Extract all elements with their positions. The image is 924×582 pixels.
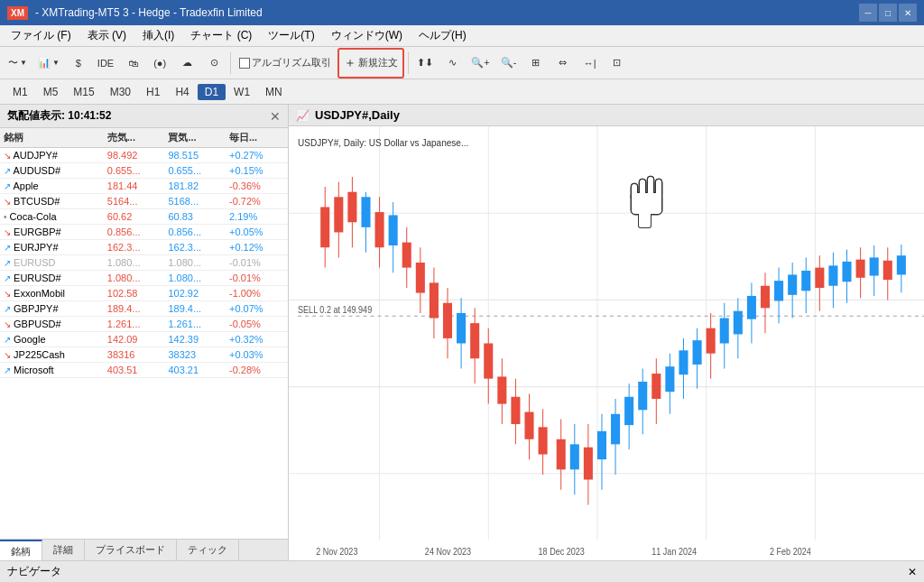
market-watch-close[interactable]: ✕ [270, 109, 281, 124]
cell-sell: 142.09 [104, 332, 165, 347]
cloud-toolbar-btn[interactable]: ☁ [174, 51, 199, 76]
cell-symbol: ↗ AUDUSD# [0, 163, 104, 179]
svg-rect-0 [289, 126, 924, 560]
cell-daily: -0.36% [226, 179, 288, 194]
tf-h1[interactable]: H1 [139, 84, 167, 100]
indicator-btn[interactable]: ∿ [439, 51, 465, 76]
tf-h4[interactable]: H4 [168, 84, 196, 100]
zoom-in-icon: 🔍+ [471, 57, 489, 69]
menu-view[interactable]: 表示 (V) [80, 26, 134, 45]
cell-symbol: ↗ Microsoft [0, 363, 104, 378]
table-row[interactable]: ↘ BTCUSD# 5164... 5168... -0.72% [0, 194, 288, 209]
svg-text:2 Nov 2023: 2 Nov 2023 [316, 547, 357, 558]
menu-help[interactable]: ヘルプ(H) [411, 26, 474, 45]
chart-area: 📈 USDJPY#,Daily [289, 105, 924, 560]
cell-sell: 181.44 [104, 179, 165, 194]
table-row[interactable]: ↘ ExxonMobil 102.58 102.92 -1.00% [0, 286, 288, 301]
svg-rect-92 [856, 260, 865, 278]
tf-mn[interactable]: MN [258, 84, 290, 100]
window-controls[interactable]: ─ □ ✕ [859, 4, 917, 22]
svg-rect-96 [883, 261, 892, 280]
cell-symbol: ↗ Google [0, 332, 104, 347]
close-btn[interactable]: ✕ [899, 4, 917, 22]
svg-rect-62 [651, 374, 661, 399]
col-buy[interactable]: 買気... [164, 128, 226, 148]
target-toolbar-btn[interactable]: ⊙ [201, 51, 226, 76]
tf-w1[interactable]: W1 [226, 84, 257, 100]
svg-rect-94 [870, 257, 879, 275]
algo-toolbar-btn[interactable]: アルゴリズム取引 [235, 51, 336, 76]
toolbar: 〜▼ 📊▼ $ IDE 🛍 (●) ☁ ⊙ アルゴリズム取引 ＋ 新規注文 ⬆⬇ [0, 47, 924, 79]
grid-icon: ⊞ [531, 57, 540, 69]
chart2-btn[interactable]: ⊡ [605, 51, 630, 76]
chart-bars-btn[interactable]: ⬆⬇ [412, 51, 438, 76]
grid-toolbar-btn[interactable]: ⊞ [523, 51, 549, 76]
menu-chart[interactable]: チャート (C) [183, 26, 259, 45]
cell-buy: 102.92 [164, 286, 226, 301]
circle-toolbar-btn[interactable]: (●) [147, 51, 172, 76]
table-row[interactable]: ↗ Microsoft 403.51 403.21 -0.28% [0, 363, 288, 378]
tab-priceboard[interactable]: プライスボード [85, 540, 177, 560]
table-row[interactable]: ↗ EURJPY# 162.3... 162.3... +0.12% [0, 240, 288, 255]
chart-canvas[interactable]: USDJPY#, Daily: US Dollar vs Japanese...… [289, 126, 924, 560]
table-row[interactable]: • Coca-Cola 60.62 60.83 2.19% [0, 209, 288, 225]
col-daily[interactable]: 毎日... [226, 128, 288, 148]
zoom-out-toolbar-btn[interactable]: 🔍- [496, 51, 522, 76]
dollar-toolbar-btn[interactable]: $ [66, 51, 91, 76]
tab-symbol[interactable]: 銘柄 [0, 540, 42, 560]
minimize-btn[interactable]: ─ [859, 4, 877, 22]
table-row[interactable]: ↗ Apple 181.44 181.82 -0.36% [0, 179, 288, 194]
undo-toolbar-btn[interactable]: 〜▼ [4, 51, 32, 76]
tf-m5[interactable]: M5 [36, 84, 66, 100]
svg-rect-88 [828, 265, 837, 285]
cell-buy: 1.261... [164, 317, 226, 332]
table-row[interactable]: ↗ Google 142.09 142.39 +0.32% [0, 332, 288, 347]
col-symbol[interactable]: 銘柄 [0, 128, 104, 148]
ide-toolbar-btn[interactable]: IDE [93, 51, 118, 76]
market-watch-panel: 気配値表示: 10:41:52 ✕ 銘柄 売気... 買気... 毎日... ↘… [0, 105, 289, 560]
table-row[interactable]: ↗ GBPJPY# 189.4... 189.4... +0.07% [0, 301, 288, 317]
new-order-label: 新規注文 [358, 56, 398, 69]
menu-tools[interactable]: ツール(T) [261, 26, 321, 45]
table-row[interactable]: ↘ JP225Cash 38316 38323 +0.03% [0, 347, 288, 363]
maximize-btn[interactable]: □ [879, 4, 897, 22]
table-row[interactable]: ↗ EURUSD# 1.080... 1.080... -0.01% [0, 271, 288, 286]
table-row[interactable]: ↘ AUDJPY# 98.492 98.515 +0.27% [0, 148, 288, 163]
cell-daily: +0.32% [226, 332, 288, 347]
svg-rect-26 [402, 243, 411, 268]
tab-detail[interactable]: 詳細 [42, 540, 85, 560]
table-row[interactable]: ↘ EURGBP# 0.856... 0.856... +0.05% [0, 225, 288, 240]
bag-toolbar-btn[interactable]: 🛍 [120, 51, 145, 76]
arrow-icon: ↗ [4, 181, 11, 191]
svg-rect-28 [416, 263, 425, 293]
svg-rect-32 [443, 303, 452, 338]
menu-file[interactable]: ファイル (F) [4, 26, 79, 45]
col-sell[interactable]: 売気... [104, 128, 165, 148]
menu-insert[interactable]: 挿入(I) [135, 26, 181, 45]
cell-sell: 403.51 [104, 363, 165, 378]
cell-sell: 5164... [104, 194, 165, 209]
chart-toolbar-btn[interactable]: 📊▼ [33, 51, 64, 76]
arrow-icon: ↗ [4, 243, 11, 253]
arrow-icon: ↗ [4, 365, 11, 375]
autoscroll-btn[interactable]: ⇔ [550, 51, 576, 76]
scroll-btn[interactable]: ↔| [578, 51, 603, 76]
tf-d1[interactable]: D1 [198, 84, 226, 100]
tf-m15[interactable]: M15 [66, 84, 101, 100]
cell-buy: 403.21 [164, 363, 226, 378]
svg-text:18 Dec 2023: 18 Dec 2023 [539, 547, 585, 558]
arrow-icon: ↘ [4, 227, 11, 237]
cell-daily: 2.19% [226, 209, 288, 225]
table-row[interactable]: ↘ GBPUSD# 1.261... 1.261... -0.05% [0, 317, 288, 332]
table-row[interactable]: ↗ EURUSD 1.080... 1.080... -0.01% [0, 255, 288, 271]
zoom-in-toolbar-btn[interactable]: 🔍+ [467, 51, 494, 76]
tf-m1[interactable]: M1 [5, 84, 35, 100]
new-order-toolbar-btn[interactable]: ＋ 新規注文 [340, 51, 402, 76]
bottom-panel-close[interactable]: ✕ [908, 566, 917, 578]
toolbar-sep1 [230, 52, 231, 74]
cell-buy: 0.655... [164, 163, 226, 179]
table-row[interactable]: ↗ AUDUSD# 0.655... 0.655... +0.15% [0, 163, 288, 179]
tab-tick[interactable]: ティック [177, 540, 239, 560]
tf-m30[interactable]: M30 [103, 84, 138, 100]
menu-window[interactable]: ウィンドウ(W) [324, 26, 410, 45]
